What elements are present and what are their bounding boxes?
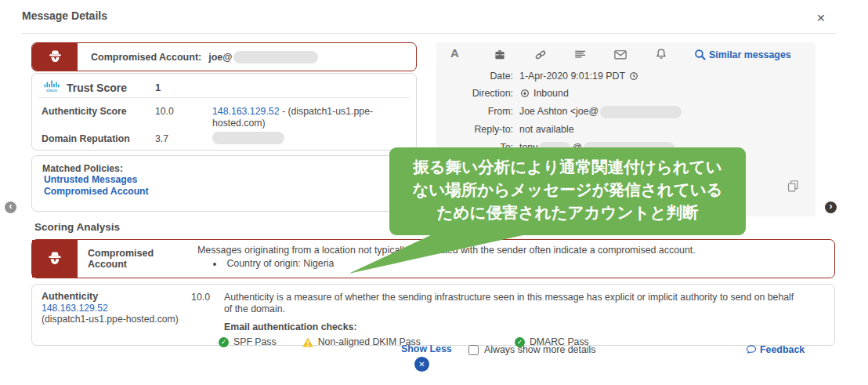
link-icon[interactable] — [533, 48, 548, 64]
from-label: From: — [436, 106, 513, 117]
domain-reputation-label: Domain Reputation — [42, 133, 130, 144]
annotation-callout: 振る舞い分析により通常関連付けられてい ない場所からメッセージが発信されている … — [389, 147, 746, 235]
always-show-label: Always show more details — [484, 344, 596, 355]
bell-icon[interactable] — [654, 47, 668, 64]
authenticity-row-label: Authenticity — [42, 291, 98, 302]
date-value: 1-Apr-2020 9:01:19 PDT — [519, 71, 625, 82]
similar-messages-link[interactable]: Similar messages — [709, 49, 791, 60]
text-lines-icon[interactable] — [573, 48, 588, 64]
authenticity-host: 148.163.129.52 - (dispatch1-us1.ppe-host… — [212, 106, 391, 129]
sender-letter-a-icon[interactable]: A — [450, 46, 459, 60]
authenticity-score: 10.0 — [191, 292, 210, 303]
callout-line-2: ない場所からメッセージが発信されている — [389, 178, 746, 201]
spf-check-label: SPF Pass — [233, 336, 277, 348]
header-divider — [22, 33, 837, 34]
next-arrow-button[interactable]: › — [825, 202, 837, 213]
country-of-origin: Country of origin: Nigeria — [213, 258, 834, 269]
copy-icon[interactable] — [786, 179, 801, 196]
direction-label: Direction: — [436, 88, 513, 99]
compromised-description: Messages originating from a location not… — [197, 245, 834, 256]
policy-link-compromised[interactable]: Compromised Account — [44, 186, 406, 198]
collapse-close-button[interactable]: ✕ — [414, 357, 429, 372]
trust-score-card: cisco Trust Score 1 Authenticity Score 1… — [31, 73, 417, 151]
page-title: Message Details — [22, 9, 107, 22]
close-icon[interactable]: ✕ — [816, 12, 826, 24]
banner-account: joe@ — [208, 52, 232, 63]
from-row: From: Joe Ashton <joe@ — [436, 106, 816, 118]
authenticity-host: (dispatch1-us1.ppe-hosted.com) — [42, 314, 179, 325]
banner-label: Compromised Account: — [91, 52, 201, 63]
svg-text:cisco: cisco — [46, 88, 58, 93]
matched-policies-title: Matched Policies: — [42, 163, 406, 174]
spy-icon — [32, 43, 78, 71]
authenticity-score-row: Authenticity 148.163.129.52 (dispatch1-u… — [31, 284, 835, 346]
scoring-analysis-title: Scoring Analysis — [34, 221, 120, 233]
show-less-link[interactable]: Show Less — [401, 343, 452, 354]
redacted-domain — [212, 132, 284, 144]
feedback-link[interactable]: Feedback — [760, 344, 805, 355]
cisco-logo-icon: cisco — [42, 80, 62, 96]
briefcase-icon[interactable] — [493, 48, 507, 64]
replyto-label: Reply-to: — [436, 124, 513, 135]
pass-check-icon: ✓ — [219, 337, 229, 347]
callout-line-3: ために侵害されたアカウントと判断 — [389, 201, 746, 223]
ip-link[interactable]: 148.163.129.52 — [212, 106, 279, 117]
search-icon[interactable] — [693, 48, 707, 64]
authenticity-description: Authenticity is a measure of whether the… — [224, 292, 802, 315]
compromised-account-banner: Compromised Account: joe@ — [31, 42, 417, 71]
direction-value: Inbound — [533, 88, 569, 99]
inbound-icon — [519, 90, 530, 101]
warning-triangle-icon — [302, 337, 313, 347]
redacted-account — [233, 51, 318, 64]
trust-score-value: 1 — [155, 82, 161, 93]
always-show-checkbox[interactable] — [468, 345, 479, 355]
spy-icon — [32, 240, 78, 278]
compromised-row-label: Compromised Account — [88, 248, 191, 270]
date-row: Date: 1-Apr-2020 9:01:19 PDT — [436, 71, 816, 83]
compromised-score-row: Compromised Account Messages originating… — [31, 239, 835, 278]
authenticity-score-label: Authenticity Score — [42, 106, 127, 117]
previous-arrow-button[interactable]: ‹ — [5, 202, 16, 213]
authenticity-score-value: 10.0 — [155, 106, 174, 117]
domain-reputation-value: 3.7 — [155, 133, 168, 144]
replyto-row: Reply-to: not available — [436, 124, 816, 136]
redacted-from — [600, 106, 682, 118]
clock-icon — [628, 73, 639, 84]
authenticity-ip-link[interactable]: 148.163.129.52 — [42, 303, 108, 314]
replyto-value: not available — [519, 124, 574, 135]
auth-checks-title: Email authentication checks: — [224, 321, 802, 333]
trust-score-title: Trust Score — [67, 82, 127, 94]
direction-row: Direction: Inbound — [436, 88, 816, 100]
callout-line-1: 振る舞い分析により通常関連付けられてい — [389, 155, 746, 178]
matched-policies-card: Matched Policies: Untrusted Messages Com… — [31, 155, 417, 212]
feedback-bubble-icon[interactable] — [745, 343, 758, 358]
policy-link-untrusted[interactable]: Untrusted Messages — [44, 174, 406, 186]
from-value: Joe Ashton <joe@ — [519, 106, 599, 117]
envelope-icon[interactable] — [613, 48, 627, 64]
date-label: Date: — [436, 71, 513, 82]
card-divider — [38, 97, 410, 98]
